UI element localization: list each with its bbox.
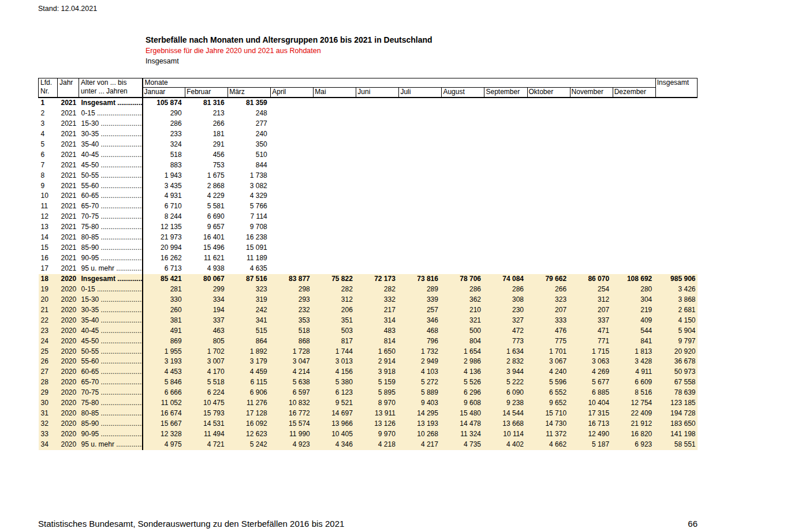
cell-januar: 4 453: [143, 367, 185, 377]
cell-november: 5 187: [570, 440, 613, 450]
cell-april: 4 214: [271, 367, 314, 377]
col-header-maerz: März: [228, 88, 271, 98]
cell-september: 308: [484, 295, 527, 305]
cell-maerz: 16 092: [228, 419, 271, 429]
cell-september: [484, 129, 527, 140]
cell-insgesamt: 123 185: [655, 398, 697, 409]
cell-mai: [314, 222, 356, 233]
cell-september: 230: [484, 305, 527, 316]
cell-oktober: 11 372: [527, 429, 570, 440]
cell-jahr: 2020: [58, 398, 79, 409]
cell-altersgruppe: 55-60 ..................................…: [79, 357, 143, 367]
cell-lfd-nr: 8: [39, 171, 58, 181]
cell-april: 16 772: [271, 409, 314, 419]
cell-april: [271, 233, 314, 243]
table-row: 20 2020 15-30 ..........................…: [39, 295, 698, 305]
cell-januar: 6 666: [143, 388, 185, 398]
cell-maerz: 17 128: [228, 409, 271, 419]
cell-august: 321: [442, 316, 484, 326]
cell-juni: [356, 222, 399, 233]
cell-april: [271, 181, 314, 192]
cell-altersgruppe: 95 u. mehr .............................…: [79, 264, 143, 274]
cell-jahr: 2021: [58, 140, 79, 150]
cell-altersgruppe: 30-35 ..................................…: [79, 129, 143, 140]
cell-lfd-nr: 34: [39, 440, 58, 450]
cell-april: 868: [271, 336, 314, 347]
cell-april: 1 728: [271, 347, 314, 357]
table-row: 25 2020 50-55 ..........................…: [39, 347, 698, 357]
cell-lfd-nr: 5: [39, 140, 58, 150]
cell-dezember: 841: [613, 336, 655, 347]
cell-november: 337: [570, 316, 613, 326]
col-header-monate: Monate: [143, 78, 656, 88]
cell-juni: [356, 171, 399, 181]
page-number: 66: [688, 519, 698, 529]
cell-oktober: [527, 160, 570, 171]
col-header-august: August: [442, 88, 484, 98]
cell-juli: 257: [399, 305, 442, 316]
cell-september: 13 668: [484, 419, 527, 429]
cell-jahr: 2020: [58, 316, 79, 326]
cell-januar: 16 674: [143, 409, 185, 419]
cell-lfd-nr: 3: [39, 119, 58, 129]
cell-februar: 16 401: [185, 233, 228, 243]
cell-september: [484, 98, 527, 108]
cell-mai: 312: [314, 295, 356, 305]
cell-november: 471: [570, 326, 613, 336]
cell-april: 10 832: [271, 398, 314, 409]
cell-mai: [314, 212, 356, 222]
cell-dezember: 544: [613, 326, 655, 336]
cell-mai: 817: [314, 336, 356, 347]
cell-juni: 2 914: [356, 357, 399, 367]
table-row: 3 2021 15-30 ...........................…: [39, 119, 698, 129]
cell-februar: 463: [185, 326, 228, 336]
cell-altersgruppe: 0-15 ...................................…: [79, 284, 143, 295]
cell-altersgruppe: 35-40 ..................................…: [79, 140, 143, 150]
cell-februar: 9 657: [185, 222, 228, 233]
cell-dezember: [613, 222, 655, 233]
cell-januar: 3 435: [143, 181, 185, 192]
cell-mai: 503: [314, 326, 356, 336]
cell-april: [271, 129, 314, 140]
cell-mai: [314, 171, 356, 181]
cell-april: [271, 171, 314, 181]
age-group-label: 80-85 ..................................…: [81, 409, 143, 417]
cell-mai: 282: [314, 284, 356, 295]
cell-lfd-nr: 28: [39, 377, 58, 388]
cell-jahr: 2020: [58, 357, 79, 367]
cell-juni: [356, 181, 399, 192]
col-header-insgesamt: Insgesamt: [655, 78, 697, 98]
cell-jahr: 2020: [58, 274, 79, 284]
cell-dezember: 3 428: [613, 357, 655, 367]
cell-januar: 286: [143, 119, 185, 129]
cell-juni: 4 218: [356, 440, 399, 450]
cell-april: 232: [271, 305, 314, 316]
cell-altersgruppe: Insgesamt ..............................…: [79, 274, 143, 284]
cell-september: [484, 140, 527, 150]
cell-insgesamt: [655, 119, 697, 129]
cell-oktober: [527, 201, 570, 212]
cell-altersgruppe: Insgesamt ..............................…: [79, 98, 143, 108]
cell-november: 4 269: [570, 367, 613, 377]
cell-jahr: 2021: [58, 264, 79, 274]
cell-oktober: [527, 171, 570, 181]
cell-juni: 9 970: [356, 429, 399, 440]
cell-juli: [399, 140, 442, 150]
cell-altersgruppe: 80-85 ..................................…: [79, 409, 143, 419]
table-row: 17 2021 95 u. mehr .....................…: [39, 264, 698, 274]
cell-juli: [399, 98, 442, 108]
cell-august: 210: [442, 305, 484, 316]
cell-januar: 8 244: [143, 212, 185, 222]
cell-juni: [356, 191, 399, 201]
cell-dezember: 219: [613, 305, 655, 316]
cell-maerz: 864: [228, 336, 271, 347]
cell-april: 3 047: [271, 357, 314, 367]
cell-lfd-nr: 23: [39, 326, 58, 336]
cell-februar: 2 868: [185, 181, 228, 192]
col-header-april: April: [271, 88, 314, 98]
cell-august: 286: [442, 284, 484, 295]
cell-jahr: 2021: [58, 150, 79, 160]
cell-maerz: 341: [228, 316, 271, 326]
cell-april: 298: [271, 284, 314, 295]
cell-juli: 468: [399, 326, 442, 336]
